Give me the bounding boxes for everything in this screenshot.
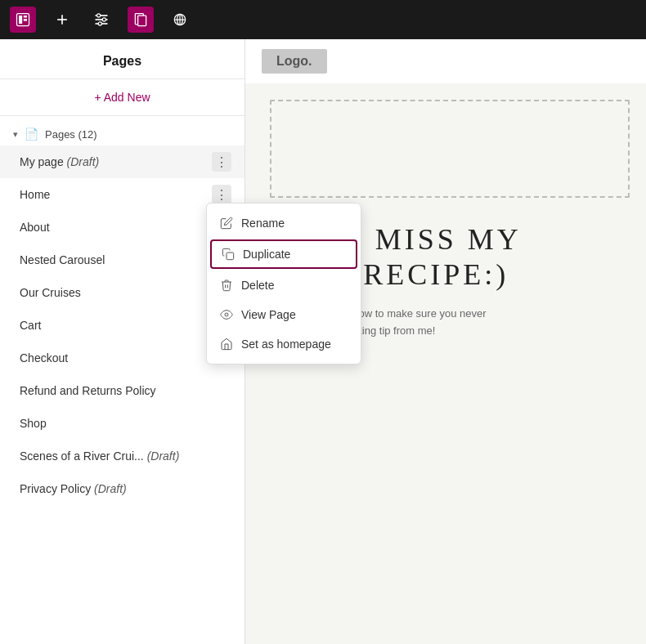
svg-point-20 <box>225 313 228 316</box>
menu-item-delete[interactable]: Delete <box>207 271 361 300</box>
customize-icon[interactable] <box>88 7 114 33</box>
elementor-logo-icon[interactable] <box>10 7 36 33</box>
context-menu: Rename Duplicate Delete <box>206 203 361 364</box>
svg-rect-1 <box>19 16 22 24</box>
page-name-scenes: Scenes of a River Crui... (Draft) <box>20 449 212 463</box>
sidebar-title: Pages <box>0 39 244 79</box>
toolbar <box>0 0 646 39</box>
page-name-checkout: Checkout <box>20 351 212 364</box>
page-name-refund: Refund and Returns Policy <box>20 384 212 397</box>
pages-group-header[interactable]: ▾ 📄 Pages (12) <box>0 123 244 145</box>
eye-icon <box>220 308 233 321</box>
page-name-privacy: Privacy Policy (Draft) <box>20 482 212 495</box>
menu-item-rename[interactable]: Rename <box>207 208 361 238</box>
svg-rect-15 <box>138 16 146 26</box>
page-item-refund[interactable]: Refund and Returns Policy ⋮ <box>0 374 244 407</box>
logo-bar: Logo. <box>245 39 646 83</box>
svg-point-9 <box>97 14 101 17</box>
svg-rect-3 <box>24 19 27 21</box>
page-icon: 📄 <box>25 127 38 141</box>
page-item-scenes[interactable]: Scenes of a River Crui... (Draft) ⋮ <box>0 440 244 472</box>
svg-rect-19 <box>227 253 234 260</box>
add-new-button[interactable]: + Add New <box>0 79 244 116</box>
draft-label: (Draft) <box>67 155 100 168</box>
page-name-my-page: My page (Draft) <box>20 155 212 168</box>
svg-point-11 <box>98 22 101 25</box>
svg-rect-0 <box>17 14 29 26</box>
logo-placeholder: Logo. <box>262 49 327 74</box>
page-item-shop[interactable]: Shop ⋮ <box>0 407 244 440</box>
more-options-home[interactable]: ⋮ <box>212 185 231 204</box>
set-homepage-label: Set as homepage <box>241 338 331 351</box>
main-layout: Pages + Add New ▾ 📄 Pages (12) My page (… <box>0 39 646 644</box>
page-item-my-page[interactable]: My page (Draft) ⋮ <box>0 145 244 178</box>
svg-point-10 <box>102 18 105 21</box>
copy-icon <box>222 248 235 261</box>
pages-icon[interactable] <box>128 7 154 33</box>
pages-group-label: Pages (12) <box>45 128 97 141</box>
view-page-label: View Page <box>241 308 296 321</box>
edit-icon <box>220 217 233 230</box>
page-name-home: Home <box>20 188 212 201</box>
rename-label: Rename <box>241 217 285 230</box>
home-icon <box>220 338 233 351</box>
page-name-nested-carousel: Nested Carousel <box>20 253 212 266</box>
more-options-my-page[interactable]: ⋮ <box>212 152 231 172</box>
trash-icon <box>220 279 233 292</box>
duplicate-label: Duplicate <box>243 248 290 261</box>
svg-rect-2 <box>24 16 27 18</box>
menu-item-view-page[interactable]: View Page <box>207 300 361 329</box>
selection-box <box>270 100 630 198</box>
page-name-cart: Cart <box>20 319 212 332</box>
page-name-about: About <box>20 221 212 234</box>
add-element-icon[interactable] <box>49 7 75 33</box>
page-name-shop: Shop <box>20 417 212 430</box>
menu-item-set-homepage[interactable]: Set as homepage <box>207 329 361 359</box>
delete-label: Delete <box>241 279 274 292</box>
page-name-our-cruises: Our Cruises <box>20 286 212 299</box>
pages-section: ▾ 📄 Pages (12) My page (Draft) ⋮ Home ⋮ … <box>0 116 244 644</box>
theme-builder-icon[interactable] <box>167 7 193 33</box>
menu-item-duplicate[interactable]: Duplicate <box>210 239 357 269</box>
chevron-down-icon: ▾ <box>13 129 18 140</box>
page-item-privacy[interactable]: Privacy Policy (Draft) ⋮ <box>0 472 244 505</box>
